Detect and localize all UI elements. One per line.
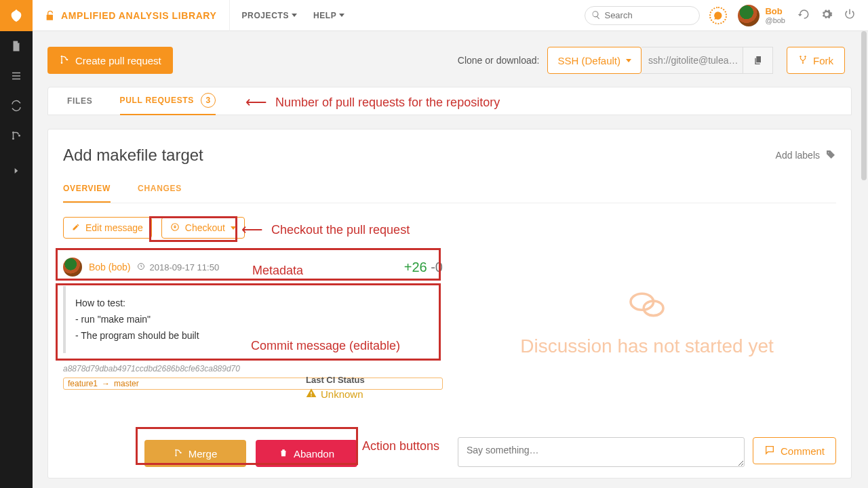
topbar: AMPLIFIED ANALYSIS LIBRARY PROJECTS HELP… (33, 0, 868, 31)
menu-help[interactable]: HELP (313, 11, 344, 20)
panel-head: Add makefile target Add labels (63, 146, 836, 165)
annotation-metadata-text: Metadata (252, 264, 303, 278)
annotation-actions-text: Action buttons (362, 439, 439, 453)
top-menu: PROJECTS HELP (242, 11, 345, 20)
warning-icon (306, 388, 317, 401)
ci-status-label: Last CI Status (306, 375, 365, 385)
svg-point-11 (175, 449, 176, 450)
pr-title: Add makefile target (63, 146, 203, 165)
comment-row: Comment (458, 437, 836, 467)
clone-url[interactable]: ssh://gitolite@tulea… (642, 47, 743, 74)
arrow-right-icon: → (102, 379, 110, 388)
clone-protocol-select[interactable]: SSH (Default) (547, 47, 642, 74)
chevron-down-icon (292, 14, 297, 17)
git-merge-icon (174, 448, 183, 460)
diff-deletions: -0 (431, 260, 443, 274)
gear-icon[interactable] (821, 8, 833, 22)
arrow-left-icon: ⟵ (241, 221, 263, 239)
search-input[interactable] (585, 6, 700, 25)
svg-point-8 (802, 62, 804, 63)
svg-point-2 (18, 135, 20, 137)
top-icons (797, 8, 856, 22)
subtab-overview[interactable]: OVERVIEW (63, 184, 111, 203)
discussion-empty-text: Discussion has not started yet (520, 336, 774, 357)
clone-url-text: ssh://gitolite@tulea… (648, 55, 738, 66)
topbar-divider (229, 0, 230, 31)
power-icon[interactable] (844, 8, 856, 22)
ci-status-text: Unknown (321, 388, 363, 400)
discussion-column: Discussion has not started yet Comment (458, 217, 836, 467)
edit-message-button[interactable]: Edit message (63, 217, 152, 239)
comment-button[interactable]: Comment (753, 437, 836, 464)
abandon-label: Abandon (294, 448, 334, 460)
scrollbar-thumb[interactable] (861, 31, 867, 180)
fork-button[interactable]: Fork (787, 47, 845, 74)
svg-point-7 (804, 56, 806, 57)
subtab-overview-label: OVERVIEW (63, 184, 111, 193)
left-rail (0, 0, 33, 488)
svg-point-0 (12, 131, 14, 134)
rail-docs-icon[interactable] (0, 31, 33, 61)
add-labels[interactable]: Add labels (776, 149, 836, 162)
comment-label: Comment (781, 445, 825, 457)
ci-status-value: Unknown (306, 388, 365, 401)
tab-files[interactable]: FILES (67, 87, 93, 115)
fork-label: Fork (813, 55, 833, 66)
pr-count-badge: 3 (201, 93, 216, 108)
user-handle: @bob (765, 16, 785, 24)
menu-projects-label: PROJECTS (242, 11, 289, 20)
clock-icon (137, 262, 145, 272)
commit-msg-line: - run "make main" (75, 312, 436, 328)
annotation-commit-text: Commit message (editable) (251, 339, 400, 353)
subtab-changes-label: CHANGES (138, 184, 182, 193)
comment-icon (764, 445, 775, 458)
menu-projects[interactable]: PROJECTS (242, 11, 297, 20)
subtab-changes[interactable]: CHANGES (138, 184, 182, 203)
discussion-empty: Discussion has not started yet (458, 217, 836, 429)
rail-expand-icon[interactable] (0, 156, 33, 186)
create-pr-button[interactable]: Create pull request (47, 47, 173, 74)
add-labels-text: Add labels (776, 150, 820, 161)
repo-toolbar: Create pull request Clone or download: S… (33, 31, 860, 89)
tab-pull-requests[interactable]: PULL REQUESTS 3 (120, 87, 216, 115)
fork-icon (798, 55, 808, 66)
edit-message-label: Edit message (85, 222, 143, 233)
svg-point-1 (12, 138, 14, 140)
chevron-down-icon (626, 59, 631, 62)
user-names: Bob @bob (765, 6, 785, 24)
help-bubble-icon[interactable] (709, 7, 727, 24)
create-pr-label: Create pull request (75, 55, 161, 66)
history-icon[interactable] (797, 8, 810, 22)
author-name[interactable]: Bob (bob) (89, 262, 130, 272)
app-logo[interactable] (0, 0, 33, 31)
branch-flow: feature1 → master (63, 378, 443, 390)
copy-url-button[interactable] (743, 47, 773, 74)
tag-icon (825, 149, 836, 162)
rail-list-icon[interactable] (0, 61, 33, 91)
pr-date: 2018-09-17 11:50 (137, 262, 219, 272)
comment-input[interactable] (458, 437, 745, 467)
tab-files-label: FILES (67, 96, 93, 106)
project-title[interactable]: AMPLIFIED ANALYSIS LIBRARY (45, 10, 217, 21)
chevron-down-icon (231, 226, 236, 230)
annotation-actions: Action buttons (362, 439, 439, 453)
svg-point-6 (800, 56, 801, 57)
annotation-checkout-text: Checkout the pull request (271, 223, 410, 237)
checkout-button[interactable]: Checkout (161, 217, 245, 239)
user-block[interactable]: Bob @bob (738, 5, 785, 26)
git-merge-icon (59, 54, 70, 67)
merge-button[interactable]: Merge (144, 440, 246, 467)
rail-sync-icon[interactable] (0, 91, 33, 121)
chevron-down-icon (339, 14, 344, 17)
checkout-label: Checkout (185, 222, 225, 233)
branch-dest: master (114, 379, 139, 388)
menu-help-label: HELP (313, 11, 336, 20)
annotation-commit: Commit message (editable) (251, 339, 400, 353)
scrollbar[interactable] (860, 31, 868, 488)
trash-icon (279, 448, 288, 460)
abandon-button[interactable]: Abandon (256, 440, 357, 467)
commit-hash: a8878d79dbab4971ccdbd2686b8cfe63ca889d70 (63, 364, 443, 373)
clone-group: SSH (Default) ssh://gitolite@tulea… (547, 47, 773, 74)
rail-git-icon[interactable] (0, 121, 33, 150)
svg-point-12 (175, 454, 176, 455)
